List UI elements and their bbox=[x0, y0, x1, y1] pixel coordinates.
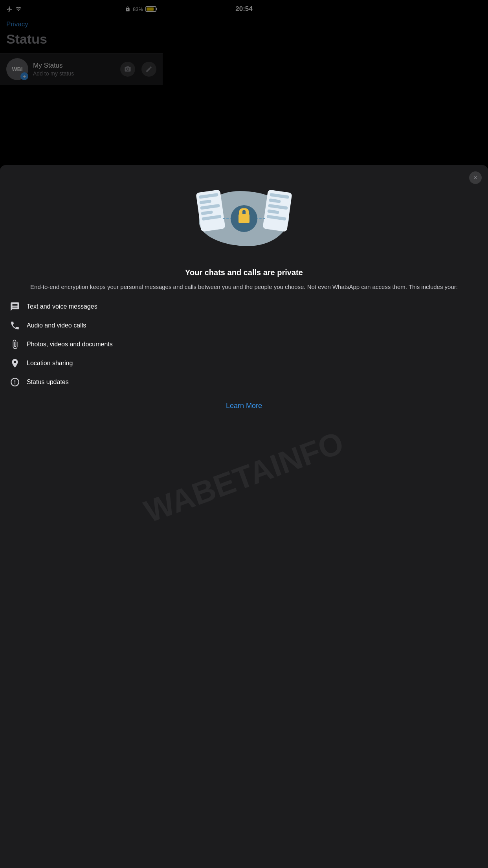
modal-content: Your chats and calls are private End-to-… bbox=[0, 165, 163, 289]
modal-description: End-to-end encryption keeps your persona… bbox=[30, 283, 163, 289]
encryption-modal: Your chats and calls are private End-to-… bbox=[0, 165, 163, 289]
